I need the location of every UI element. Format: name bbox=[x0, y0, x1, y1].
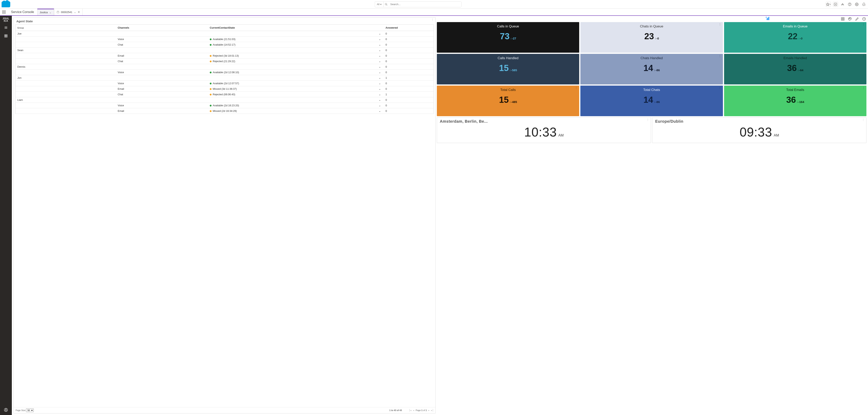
contact-state: Available (2d 12:07:57) bbox=[208, 81, 359, 86]
kpi-tile[interactable]: ⋮Emails in Queue22↓-0 bbox=[724, 22, 866, 53]
contact-state: Available (14:52:17) bbox=[208, 42, 359, 48]
pagesize-select[interactable]: 50 bbox=[26, 409, 34, 412]
kpi-tile[interactable]: ⋮Calls Handled15↓-585 bbox=[437, 54, 579, 84]
pager-last-icon[interactable]: ▸⎮ bbox=[431, 409, 434, 412]
kpi-tile[interactable]: ⋮Chats Handled14↓-86 bbox=[580, 54, 723, 84]
down-arrow-icon: ↓ bbox=[654, 100, 655, 103]
expand-icon[interactable]: ⌄ bbox=[359, 97, 383, 103]
channel-name: Chat bbox=[116, 42, 208, 48]
expand-icon[interactable]: ⌄ bbox=[359, 75, 383, 81]
expand-icon[interactable]: ⌄ bbox=[359, 48, 383, 53]
channel-name: Email bbox=[116, 53, 208, 59]
page-size-control[interactable]: Page Size 50 bbox=[16, 409, 34, 412]
tile-menu-icon[interactable]: ⋮ bbox=[719, 24, 721, 25]
close-icon[interactable]: ✕ bbox=[78, 10, 80, 13]
kpi-tile[interactable]: ⋮Total Emails36↓-164 bbox=[724, 86, 866, 116]
app-launcher-button[interactable] bbox=[0, 9, 8, 16]
agent-table-scroll[interactable]: Group Channels CurrentContactState Answe… bbox=[13, 25, 435, 407]
tile-menu-icon[interactable]: ⋮ bbox=[575, 24, 578, 25]
tile-menu-icon[interactable]: ⋮ bbox=[575, 87, 578, 89]
tab-label: 00002541 bbox=[61, 11, 72, 13]
search-input[interactable] bbox=[389, 2, 461, 7]
grid-view-icon[interactable] bbox=[840, 17, 845, 21]
kpi-tile[interactable]: ⋮Calls in Queue73↓-27 bbox=[437, 22, 579, 53]
expand-icon[interactable]: ⌄ bbox=[359, 92, 383, 97]
panel-menu-icon[interactable]: ⋮ bbox=[431, 19, 434, 21]
dashboard-icon[interactable] bbox=[3, 33, 9, 39]
kpi-tile[interactable]: ⋮Total Chats14↓-86 bbox=[580, 86, 723, 116]
expand-icon[interactable]: ⌄ bbox=[359, 103, 383, 108]
tile-menu-icon[interactable]: ⋮ bbox=[862, 87, 865, 89]
app-nav: Service Console Joulica ⌄ 00002541 ⌄ ✕ bbox=[0, 9, 868, 16]
col-state[interactable]: CurrentContactState bbox=[208, 25, 359, 31]
chevron-down-icon[interactable]: ⌄ bbox=[49, 11, 52, 14]
tile-delta: ↓-0 bbox=[798, 37, 803, 40]
kpi-dashboard: ⋮Calls in Queue73↓-27⋮Chats in Queue23↓-… bbox=[437, 22, 866, 413]
tile-menu-icon[interactable]: ⋮ bbox=[575, 55, 578, 57]
answered-value: 0 bbox=[384, 59, 434, 64]
table-header-row: Group Channels CurrentContactState Answe… bbox=[16, 25, 434, 31]
expand-icon[interactable]: ⌄ bbox=[359, 64, 383, 70]
table-group-row: Joe⌄0 bbox=[16, 31, 434, 36]
pagesize-label: Page Size bbox=[16, 409, 25, 411]
tile-menu-icon[interactable]: ⋮ bbox=[719, 55, 721, 57]
channel-name: Chat bbox=[116, 59, 208, 64]
tile-menu-icon[interactable]: ⋮ bbox=[719, 87, 721, 89]
search-scope-dropdown[interactable]: All ▾ bbox=[375, 2, 384, 7]
contact-state: Rejected (3d 18:01:13) bbox=[208, 53, 359, 59]
col-channels[interactable]: Channels bbox=[116, 25, 208, 31]
tile-menu-icon[interactable]: ⋮ bbox=[862, 55, 865, 57]
history-clock-icon[interactable] bbox=[862, 17, 866, 21]
expand-icon[interactable]: ⌄ bbox=[359, 31, 383, 36]
range-text: 1 to 43 of 43 bbox=[389, 409, 402, 411]
expand-icon[interactable]: ⌄ bbox=[359, 36, 383, 42]
kpi-tile[interactable]: ⋮Emails Handled36↓-64 bbox=[724, 54, 866, 84]
tile-title: Total Calls bbox=[500, 88, 516, 92]
tab-case-00002541[interactable]: 00002541 ⌄ ✕ bbox=[54, 9, 83, 16]
add-chart-icon[interactable] bbox=[766, 16, 770, 21]
settings-icon[interactable] bbox=[854, 2, 859, 7]
tile-menu-icon[interactable]: ⋮ bbox=[862, 119, 865, 120]
tile-title: Emails in Queue bbox=[783, 25, 807, 28]
pager-prev-icon[interactable]: ◂ bbox=[413, 409, 414, 412]
help-icon[interactable] bbox=[847, 2, 852, 7]
answered-value: 0 bbox=[384, 97, 434, 103]
menu-toggle-icon[interactable] bbox=[3, 25, 9, 30]
tile-value-row: 15↓-585 bbox=[499, 64, 517, 72]
kpi-tile[interactable]: ⋮Total Calls15↓-485 bbox=[437, 86, 579, 116]
global-search[interactable]: All ▾ bbox=[375, 1, 462, 7]
expand-icon[interactable]: ⌄ bbox=[359, 81, 383, 86]
edit-pencil-icon[interactable] bbox=[855, 17, 859, 21]
expand-icon[interactable]: ⌄ bbox=[359, 59, 383, 64]
clock-widget[interactable]: ⋮Europe/Dublin09:33AM bbox=[652, 117, 866, 143]
expand-icon[interactable]: ⌄ bbox=[359, 42, 383, 48]
chevron-down-icon[interactable]: ⌄ bbox=[74, 11, 76, 13]
svg-point-30 bbox=[849, 18, 850, 18]
pager-first-icon[interactable]: ⎮◂ bbox=[409, 409, 411, 412]
guidance-center-icon[interactable] bbox=[840, 2, 845, 7]
kpi-tile[interactable]: ⋮Chats in Queue23↓-0 bbox=[580, 22, 723, 53]
table-channel-row: EmailMissed (3d 11:36:37)⌄0 bbox=[16, 86, 434, 92]
expand-icon[interactable]: ⌄ bbox=[359, 86, 383, 92]
clock-ampm: AM bbox=[558, 134, 564, 138]
chevron-down-icon: ▾ bbox=[830, 3, 831, 5]
col-group[interactable]: Group bbox=[16, 25, 116, 31]
expand-icon[interactable]: ⌄ bbox=[359, 53, 383, 59]
pager-next-icon[interactable]: ▸ bbox=[428, 409, 430, 412]
agent-name: Liam bbox=[16, 97, 116, 103]
tile-menu-icon[interactable]: ⋮ bbox=[646, 119, 649, 120]
theme-palette-icon[interactable] bbox=[847, 17, 852, 21]
add-button[interactable] bbox=[833, 2, 838, 7]
svg-rect-20 bbox=[768, 18, 768, 20]
expand-icon[interactable]: ⌄ bbox=[359, 70, 383, 75]
tile-menu-icon[interactable]: ⋮ bbox=[862, 24, 865, 25]
clock-widget[interactable]: ⋮Amsterdam, Berlin, Be...10:33AM bbox=[437, 117, 651, 143]
favorites-button[interactable]: ▾ bbox=[826, 2, 831, 7]
notifications-icon[interactable] bbox=[861, 2, 866, 7]
tab-joulica[interactable]: Joulica ⌄ bbox=[37, 9, 54, 16]
col-answered[interactable]: Answered bbox=[384, 25, 434, 31]
contact-state: Available (2d 16:23:20) bbox=[208, 103, 359, 108]
tile-delta: ↓-64 bbox=[798, 68, 803, 72]
user-account-icon[interactable] bbox=[3, 407, 9, 413]
expand-icon[interactable]: ⌄ bbox=[359, 108, 383, 114]
